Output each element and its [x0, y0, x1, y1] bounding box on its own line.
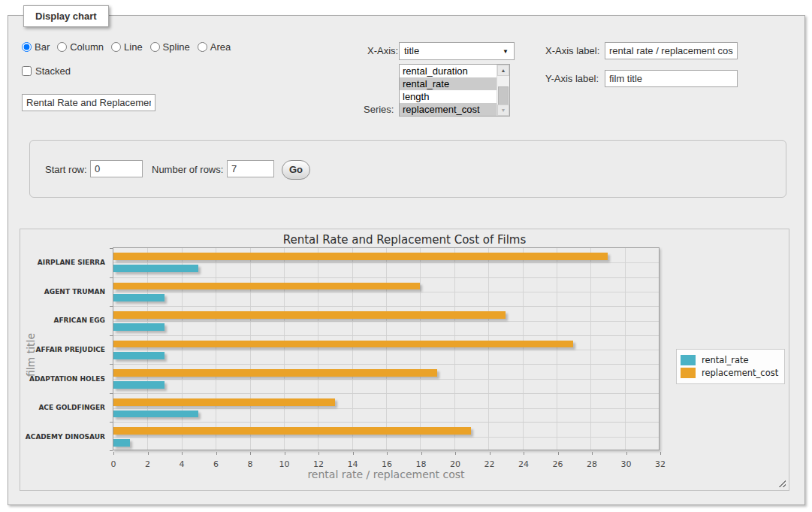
- x-tick-mark: [318, 452, 319, 455]
- chart-title: Rental Rate and Replacement Cost of Film…: [20, 233, 789, 247]
- chart-type-bar[interactable]: Bar: [22, 41, 50, 53]
- x-axis-label-label: X-Axis label:: [545, 45, 599, 57]
- gridline: [113, 321, 659, 322]
- x-axis-select-label: X-Axis:: [367, 45, 398, 57]
- chart-bar-replacement_cost: [113, 398, 335, 406]
- gridline: [113, 379, 659, 380]
- panel-title: Display chart: [23, 5, 109, 27]
- x-axis-selected-value: title: [404, 45, 419, 56]
- y-tick-mark: [110, 277, 113, 278]
- start-row-label: Start row:: [45, 164, 87, 176]
- start-row-input[interactable]: [90, 160, 143, 177]
- legend-swatch: [681, 355, 696, 365]
- display-chart-panel: Display chart BarColumnLineSplineArea St…: [8, 15, 805, 505]
- y-tick-label: AFRICAN EGG: [23, 317, 105, 324]
- chart-type-label: Spline: [163, 41, 190, 53]
- chart-type-spline[interactable]: Spline: [150, 41, 190, 53]
- chart-type-radio-column[interactable]: [57, 42, 67, 52]
- x-tick-mark: [592, 452, 593, 455]
- legend-swatch: [681, 368, 696, 378]
- chart-type-label: Column: [70, 41, 104, 53]
- series-option-replacement_cost[interactable]: replacement_cost: [400, 103, 497, 116]
- chart-bar-rental_rate: [113, 323, 165, 331]
- x-tick-mark: [285, 452, 285, 455]
- chart-bar-rental_rate: [113, 439, 130, 447]
- chart-container: Rental Rate and Replacement Cost of Film…: [20, 229, 789, 491]
- x-tick-mark: [660, 452, 661, 455]
- y-tick-mark: [110, 364, 113, 365]
- series-option-rental_duration[interactable]: rental_duration: [400, 65, 497, 77]
- series-listbox[interactable]: rental_durationrental_ratelengthreplacem…: [399, 64, 510, 117]
- y-axis-label-input[interactable]: [605, 70, 738, 87]
- gridline: [113, 262, 659, 263]
- x-axis-select[interactable]: title ▼: [399, 42, 515, 60]
- chart-type-group: BarColumnLineSplineArea: [22, 41, 238, 53]
- chart-bar-rental_rate: [113, 411, 198, 418]
- chart-type-radio-line[interactable]: [111, 42, 121, 52]
- chart-type-radio-bar[interactable]: [22, 42, 32, 52]
- y-tick-label: ACE GOLDFINGER: [23, 404, 105, 411]
- scroll-down-icon[interactable]: ▼: [497, 105, 509, 116]
- series-option-rental_rate[interactable]: rental_rate: [400, 77, 497, 90]
- chart-bar-replacement_cost: [113, 341, 573, 348]
- chart-type-radio-spline[interactable]: [150, 42, 160, 52]
- chart-legend: rental_ratereplacement_cost: [676, 349, 785, 384]
- x-axis-label-input[interactable]: [605, 42, 738, 59]
- chart-bar-replacement_cost: [113, 311, 506, 319]
- scrollbar-thumb[interactable]: [498, 86, 509, 106]
- y-tick-mark: [110, 306, 113, 307]
- stacked-label: Stacked: [35, 65, 71, 77]
- y-tick-mark: [110, 450, 113, 451]
- legend-label: rental_rate: [702, 355, 749, 365]
- gridline: [113, 437, 659, 438]
- stacked-checkbox[interactable]: [22, 66, 32, 76]
- y-tick-label: AGENT TRUMAN: [23, 288, 105, 295]
- number-of-rows-label: Number of rows:: [152, 164, 223, 176]
- y-tick-mark: [110, 422, 113, 423]
- x-tick-mark: [353, 452, 354, 455]
- chart-type-label: Bar: [35, 41, 50, 53]
- legend-item: replacement_cost: [681, 368, 778, 378]
- chart-bar-rental_rate: [113, 265, 198, 272]
- chart-type-radio-area[interactable]: [198, 42, 207, 52]
- resize-grip-icon[interactable]: [777, 479, 786, 487]
- chart-bar-rental_rate: [113, 294, 165, 301]
- x-tick-mark: [387, 452, 388, 455]
- series-option-length[interactable]: length: [400, 90, 497, 103]
- x-tick-mark: [490, 452, 491, 455]
- category-row: [113, 248, 659, 277]
- chart-type-column[interactable]: Column: [57, 41, 104, 53]
- page: Display chart BarColumnLineSplineArea St…: [0, 0, 812, 512]
- y-tick-label: AIRPLANE SIERRA: [23, 259, 105, 266]
- x-tick-mark: [455, 452, 456, 455]
- number-of-rows-input[interactable]: [227, 160, 274, 177]
- legend-label: replacement_cost: [702, 368, 778, 378]
- category-row: [113, 335, 659, 365]
- go-button[interactable]: Go: [282, 160, 310, 180]
- y-tick-mark: [110, 335, 113, 336]
- category-row: [113, 364, 659, 393]
- rows-panel: Start row: Number of rows: Go: [29, 140, 786, 198]
- chart-type-area[interactable]: Area: [198, 41, 231, 53]
- chart-title-input[interactable]: [22, 94, 155, 111]
- y-tick-label: AFFAIR PREJUDICE: [23, 346, 105, 353]
- category-row: [113, 422, 659, 451]
- series-options: rental_durationrental_ratelengthreplacem…: [400, 65, 497, 116]
- legend-item: rental_rate: [681, 355, 778, 365]
- series-list-label: Series:: [364, 104, 394, 116]
- gridline: [113, 408, 659, 409]
- chart-type-line[interactable]: Line: [111, 41, 143, 53]
- y-tick-mark: [110, 393, 113, 394]
- stacked-row: Stacked: [22, 65, 71, 77]
- chart-bar-replacement_cost: [113, 427, 471, 435]
- x-axis-title: rental rate / replacement cost: [113, 468, 660, 480]
- y-tick-label: ADAPTATION HOLES: [23, 375, 105, 383]
- listbox-scrollbar[interactable]: ▲ ▼: [497, 65, 509, 116]
- scroll-up-icon[interactable]: ▲: [497, 65, 509, 76]
- chart-bar-replacement_cost: [113, 369, 437, 377]
- x-tick-mark: [524, 452, 524, 455]
- chart-bar-rental_rate: [113, 381, 165, 389]
- x-tick-mark: [148, 452, 149, 455]
- x-tick-mark: [558, 452, 559, 455]
- x-tick-mark: [216, 452, 217, 455]
